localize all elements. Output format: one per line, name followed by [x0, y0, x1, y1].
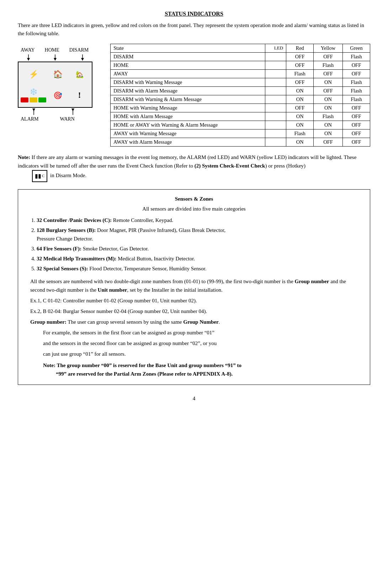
cell-led: [265, 121, 286, 129]
cell-red: ON: [286, 112, 314, 121]
panel-icon-house1: 🏠: [48, 64, 68, 84]
note-paragraph: Note: If there are any alarm or warning …: [18, 153, 370, 170]
sensor-item-bold: 32 Controller /Panic Devices (C):: [37, 217, 112, 223]
cell-yellow: OFF: [314, 87, 343, 95]
cell-state: HOME with Warning Message: [111, 104, 265, 112]
cell-state: DISARM with Alarm Message: [111, 87, 265, 95]
sensors-list: 32 Controller /Panic Devices (C): Remote…: [26, 216, 362, 273]
cell-yellow: Flash: [314, 61, 343, 70]
sensor-item-bold: 64 Fire Sensors (F):: [37, 246, 81, 251]
th-yellow: Yellow: [314, 44, 343, 53]
cell-green: OFF: [342, 70, 370, 78]
cell-red: ON: [286, 138, 314, 147]
page-title: STATUS INDICATORS: [18, 11, 370, 17]
panel-icon-lightning: ⚡: [21, 64, 46, 84]
cell-red: OFF: [286, 61, 314, 70]
th-red: Red: [286, 44, 314, 53]
table-row: DISARM with Alarm Message ON OFF Flash: [111, 87, 370, 95]
cell-led: [265, 129, 286, 138]
label-disarm: DISARM: [69, 47, 89, 53]
cell-led: [265, 61, 286, 70]
prose-group-period: .: [219, 319, 220, 325]
cell-red: OFF: [286, 53, 314, 61]
cell-state: AWAY with Alarm Message: [111, 138, 265, 147]
sensors-subtitle: All sensors are divided into five main c…: [26, 205, 362, 213]
prose-group-label: Group number:: [30, 319, 67, 325]
panel-icon-camera: 🎯: [48, 85, 68, 105]
led-green: [38, 97, 46, 102]
svg-marker-1: [27, 58, 30, 61]
cell-green: OFF: [342, 121, 370, 129]
sensor-item-bold: 32 Medical Help Transmitters (M):: [37, 256, 116, 261]
cell-state: AWAY: [111, 70, 265, 78]
cell-yellow: ON: [314, 104, 343, 112]
cell-yellow: ON: [314, 78, 343, 87]
cell-yellow: OFF: [314, 70, 343, 78]
cell-yellow: OFF: [314, 53, 343, 61]
note-hotkey-line: ▮▮ C in Disarm Mode.: [31, 170, 370, 182]
table-row: HOME with Warning Message OFF ON OFF: [111, 104, 370, 112]
cell-state: AWAY with Warning Message: [111, 129, 265, 138]
panel-icon-exclaim: !: [69, 85, 90, 105]
panel-box: ⚡ 🏠 🏡 ❄️ 🎯 !: [18, 62, 92, 108]
cell-yellow: ON: [314, 129, 343, 138]
pause-icon: ▮▮: [35, 171, 41, 181]
cell-green: Flash: [342, 53, 370, 61]
cell-yellow: OFF: [314, 138, 343, 147]
cell-green: OFF: [342, 61, 370, 70]
th-green: Green: [342, 44, 370, 53]
sensor-item-bold: 32 Special Sensors (S):: [37, 266, 88, 271]
cell-yellow: Flash: [314, 112, 343, 121]
status-table: State LED Red Yellow Green DISARM OFF OF…: [110, 44, 370, 147]
led-red: [21, 97, 28, 102]
sensors-note-line2: “99” are reserved for the Partial Arm Zo…: [56, 370, 362, 378]
cell-led: [265, 112, 286, 121]
sensors-title: Sensors & Zones: [26, 195, 362, 203]
panel-cell-bottom-left: ❄️: [21, 85, 46, 105]
prose-example3: can just use group “01” for all sensors.: [43, 350, 362, 358]
cell-led: [265, 70, 286, 78]
svg-marker-7: [32, 108, 35, 111]
cell-led: [265, 104, 286, 112]
th-state: State: [111, 44, 265, 53]
cell-state: HOME or AWAY with Warning & Alarm Messag…: [111, 121, 265, 129]
cell-state: DISARM: [111, 53, 265, 61]
prose-unit-bold: Unit number: [98, 287, 127, 293]
panel-icon-house2: 🏡: [69, 64, 90, 84]
sensor-item-rest: Medical Button, Inactivity Detector.: [118, 256, 195, 261]
panel-top-labels: AWAY HOME DISARM: [21, 47, 89, 53]
note-section: Note: If there are any alarm or warning …: [18, 153, 370, 182]
prose-ex1: Ex.1, C 01-02: Controller number 01-02 (…: [30, 296, 362, 305]
cell-yellow: ON: [314, 121, 343, 129]
sensor-item-rest2: Pressure Change Detector.: [37, 236, 93, 242]
cell-red: OFF: [286, 104, 314, 112]
table-row: DISARM with Warning Message OFF ON Flash: [111, 78, 370, 87]
sensor-item-rest: Flood Detector, Temperature Sensor, Humi…: [89, 266, 206, 271]
sensor-item-rest: Door Magnet, PIR (Passive Infrared), Gla…: [97, 227, 225, 233]
cell-led: [265, 138, 286, 147]
cell-led: [265, 87, 286, 95]
sensors-note-line1: Note: The group number “00” is reserved …: [43, 361, 362, 370]
table-row: DISARM OFF OFF Flash: [111, 53, 370, 61]
intro-paragraph: There are three LED indicators in green,…: [18, 21, 370, 37]
cell-led: [265, 95, 286, 104]
note-text1: If there are any alarm or warning messag…: [18, 154, 356, 169]
sensor-item-rest: Remote Controller, Keypad.: [113, 217, 173, 223]
sensors-prose: All the sensors are numbered with two do…: [30, 277, 362, 358]
cell-red: ON: [286, 95, 314, 104]
note-text3: in Disarm Mode.: [50, 173, 86, 178]
sensor-item-rest: Smoke Detector, Gas Detector.: [83, 246, 149, 251]
label-warn: WARN: [60, 116, 75, 122]
cell-red: ON: [286, 87, 314, 95]
cell-red: ON: [286, 121, 314, 129]
table-row: AWAY with Alarm Message ON OFF OFF: [111, 138, 370, 147]
prose-example2: and the sensors in the second floor can …: [43, 339, 362, 348]
cell-state: DISARM with Warning & Alarm Message: [111, 95, 265, 104]
prose-group-text: The user can group several sensors by us…: [67, 319, 183, 325]
sensors-note-bottom: Note: The group number “00” is reserved …: [30, 361, 362, 378]
hotkey-button[interactable]: ▮▮ C: [32, 170, 47, 182]
prose-group-bold: Group number: [295, 279, 329, 284]
th-led: LED: [265, 44, 286, 53]
panel-arrows: [18, 54, 92, 62]
cell-green: Flash: [342, 78, 370, 87]
